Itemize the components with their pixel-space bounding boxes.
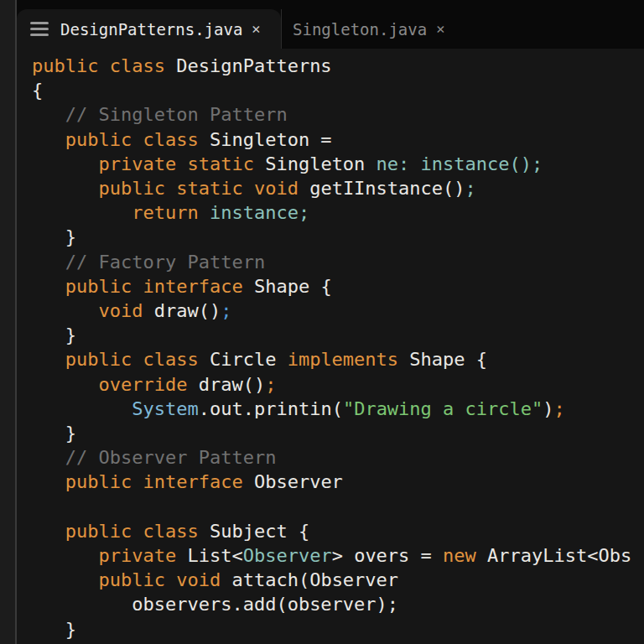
code-line: public class Singleton = <box>32 127 644 152</box>
code-token: } <box>32 619 76 640</box>
code-token: attach(Observer <box>231 569 398 590</box>
code-line: observers.add(observer); <box>32 592 644 616</box>
code-token: { <box>32 80 43 101</box>
tab-designpatterns[interactable]: DesignPatterns.java ✕ <box>17 9 281 49</box>
code-token: instance; <box>210 202 309 223</box>
code-token <box>32 398 132 419</box>
code-token: ; <box>265 374 276 395</box>
code-line: // Observer Pattern <box>32 445 644 470</box>
editor-window: DesignPatterns.java ✕ Singleton.java ✕ p… <box>15 0 644 644</box>
code-token: public static void <box>32 178 309 199</box>
code-token: Singleton = <box>210 129 332 150</box>
code-token: // Factory Pattern <box>32 252 265 273</box>
code-line: public class Circle implements Shape { <box>32 347 644 371</box>
code-token: Circle <box>210 349 288 370</box>
code-token: public class <box>32 129 210 150</box>
code-token: private <box>32 545 187 566</box>
code-line: public interface Shape { <box>32 274 644 299</box>
code-token: public class <box>32 55 176 76</box>
code-token: DesignPatterns <box>176 55 331 76</box>
tab-label: DesignPatterns.java <box>60 20 242 39</box>
code-token: public interface <box>32 471 254 492</box>
code-line <box>32 495 644 519</box>
code-token: Observer <box>243 545 332 566</box>
code-token: override <box>32 374 199 395</box>
code-token: Shape { <box>409 349 487 370</box>
code-token: } <box>32 226 76 247</box>
code-line: private List<Observer> overs = new Array… <box>32 543 644 568</box>
code-token: Singleton <box>265 153 376 174</box>
code-token: public interface <box>32 276 254 297</box>
code-token: observers.add(observer); <box>32 594 398 615</box>
code-line: // Factory Pattern <box>32 250 644 274</box>
code-line: } <box>32 421 644 445</box>
code-token: getIInstance() <box>309 178 465 199</box>
code-token: // Singleton Pattern <box>32 104 288 125</box>
code-token: implements <box>288 349 410 370</box>
code-line: } <box>32 225 644 249</box>
code-token: private static <box>32 153 265 174</box>
code-token: } <box>32 423 76 444</box>
code-line: } <box>32 323 644 347</box>
code-token: .out.printin( <box>199 398 343 419</box>
code-line: override draw(); <box>32 372 644 397</box>
tab-bar: DesignPatterns.java ✕ Singleton.java ✕ <box>17 0 644 49</box>
code-token: ; <box>465 178 476 199</box>
code-token: ) <box>543 398 553 419</box>
code-line: } <box>32 617 644 641</box>
code-token: Observer <box>254 471 343 492</box>
code-token: ArrayList<Obs <box>476 545 631 566</box>
code-token: return <box>32 202 210 223</box>
code-token: draw() <box>154 300 221 321</box>
code-token: System <box>132 398 198 419</box>
code-line: public interface Observer <box>32 470 644 494</box>
code-line: void draw(); <box>32 299 644 323</box>
code-line: return instance; <box>32 200 644 225</box>
code-token: ; <box>221 300 231 321</box>
code-token: void <box>32 300 154 321</box>
code-token: Shape { <box>254 276 332 297</box>
code-area[interactable]: public class DesignPatterns{ // Singleto… <box>17 49 644 644</box>
code-token: List< <box>187 545 242 566</box>
code-token: ; <box>554 398 565 419</box>
code-token: ne: instance(); <box>377 153 543 174</box>
menu-icon[interactable] <box>30 22 49 36</box>
tab-label: Singleton.java <box>293 20 427 39</box>
code-line: public class DesignPatterns <box>32 54 644 78</box>
code-token: Subject { <box>210 521 309 542</box>
code-token: public class <box>32 521 210 542</box>
code-line: public static void getIInstance(); <box>32 176 644 200</box>
code-token: // Observer Pattern <box>32 447 276 468</box>
code-token: > overs = <box>332 545 443 566</box>
code-line: { <box>32 78 644 102</box>
code-line: System.out.printin("Drawing a circle"); <box>32 397 644 421</box>
code-token: public class <box>32 349 210 370</box>
close-icon[interactable]: ✕ <box>252 22 260 36</box>
code-token: draw() <box>199 374 265 395</box>
code-token: new <box>443 545 476 566</box>
code-line: // Singleton Pattern <box>32 102 644 127</box>
code-line: public void attach(Observer <box>32 568 644 592</box>
code-line: private static Singleton ne: instance(); <box>32 152 644 176</box>
code-line: public class Subject { <box>32 519 644 543</box>
code-token: public void <box>32 569 231 590</box>
tab-singleton[interactable]: Singleton.java ✕ <box>282 9 465 49</box>
code-token: } <box>32 325 76 345</box>
code-token: "Drawing a circle" <box>343 398 543 419</box>
close-icon[interactable]: ✕ <box>436 22 444 36</box>
